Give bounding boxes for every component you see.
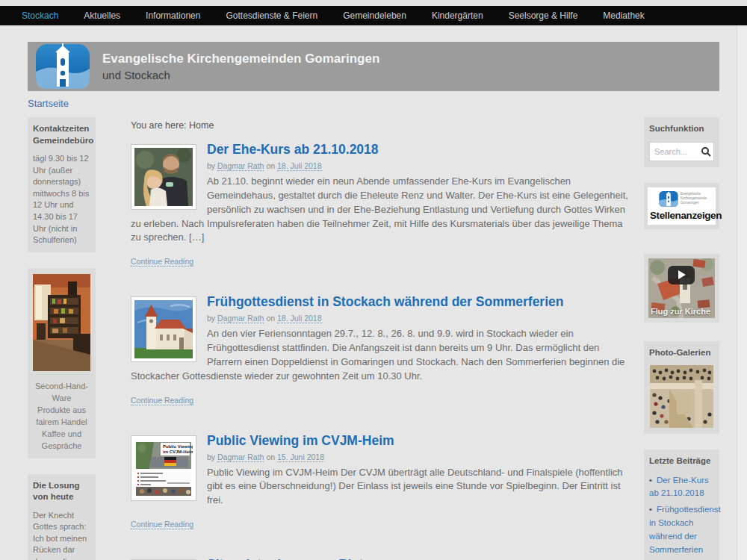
widget-losung: Die Losung von heute Der Knecht Gottes s… <box>28 474 96 560</box>
startseite-link[interactable]: Startseite <box>28 98 719 109</box>
stellenanzeigen-logo-caption: Evangelische Kirchengemeinde Gomaringen <box>681 192 713 205</box>
meta-by-label: by <box>207 452 215 461</box>
church-interior-photo[interactable] <box>650 365 713 428</box>
secondhand-caption: Second-Hand-Ware Produkte aus fairem Han… <box>33 381 90 452</box>
post-author-link[interactable]: Dagmar Rath <box>217 452 264 462</box>
nav-item-gottesdienste-feiern[interactable]: Gottesdienste & Feiern <box>213 10 330 21</box>
widget-search: Suchfunktion <box>644 117 719 167</box>
continue-reading-link[interactable]: Continue Reading <box>131 396 193 405</box>
secondhand-shop-photo <box>33 274 90 371</box>
main-navbar: Stockach Aktuelles Informationen Gottesd… <box>0 6 747 25</box>
nav-item-seelsorge-hilfe[interactable]: Seelsorge & Hilfe <box>496 10 591 21</box>
stellenanzeigen-banner[interactable]: Evangelische Kirchengemeinde Gomaringen … <box>648 187 716 225</box>
video-thumbnail[interactable]: Flug zur Kirche <box>648 258 715 318</box>
right-sidebar: Suchfunktion <box>644 117 719 560</box>
post-fruehgottesdienst: Frühgottesdienst in Stockach während der… <box>131 294 631 405</box>
wedding-couple-photo <box>134 148 193 206</box>
post-title[interactable]: Der Ehe-Kurs ab 21.10.2018 <box>131 142 631 158</box>
post-date-link[interactable]: 18. Juli 2018 <box>277 161 322 171</box>
recent-post-link[interactable]: Frühgottesdienst in Stockach während der… <box>649 503 714 556</box>
secondhand-caption-line1: Second-Hand-Ware <box>33 381 90 405</box>
play-button-icon[interactable] <box>668 266 695 284</box>
svg-text:im CVJM-Heim: im CVJM-Heim <box>163 449 193 454</box>
post-meta: by Dagmar Rath on 18. Juli 2018 <box>131 314 631 323</box>
post-thumbnail-wedding[interactable] <box>131 144 196 210</box>
widget-losung-title: Die Losung von heute <box>33 480 90 503</box>
widget-letzte-beitraege: Letzte Beiträge Der Ehe-Kurs ab 21.10.20… <box>644 449 719 560</box>
post-date-link[interactable]: 18. Juli 2018 <box>277 314 322 323</box>
public-viewing-poster: Public Viewing im CVJM-Heim <box>134 439 193 497</box>
site-title-line2: und Stockach <box>102 69 379 81</box>
video-caption: Flug zur Kirche <box>651 307 710 316</box>
meta-by-label: by <box>207 161 215 170</box>
secondhand-caption-line2: Produkte aus fairem Handel <box>33 405 90 429</box>
continue-reading-link[interactable]: Continue Reading <box>131 520 193 529</box>
widget-kontaktzeiten-text: tägl 9.30 bis 12 Uhr (außer donnerstags)… <box>33 153 90 246</box>
post-thumbnail-poster[interactable]: Public Viewing im CVJM-Heim <box>131 435 196 501</box>
nav-item-stockach[interactable]: Stockach <box>9 10 71 21</box>
post-author-link[interactable]: Dagmar Rath <box>217 314 264 323</box>
church-tower-logo-small-icon <box>659 190 678 208</box>
main-content: You are here: Home <box>131 117 631 560</box>
widget-stellenanzeigen: Evangelische Kirchengemeinde Gomaringen … <box>644 183 719 229</box>
post-sitzpolster: Sitzpolster im neuen Bistro by Dagmar Ra… <box>131 557 631 560</box>
stockach-church-photo <box>134 300 193 358</box>
post-ehe-kurs: Der Ehe-Kurs ab 21.10.2018 by Dagmar Rat… <box>131 142 631 267</box>
post-title[interactable]: Public Viewing im CVJM-Heim <box>131 433 631 449</box>
recent-posts-list: Der Ehe-Kurs ab 21.10.2018 Frühgottesdie… <box>649 474 714 560</box>
nav-item-gemeindeleben[interactable]: Gemeindeleben <box>330 10 419 21</box>
recent-post-link[interactable]: Der Ehe-Kurs ab 21.10.2018 <box>649 474 714 501</box>
post-author-link[interactable]: Dagmar Rath <box>217 161 264 171</box>
meta-on-label: on <box>266 161 275 170</box>
site-header: Evangelische Kirchengemeinden Gomaringen… <box>28 42 719 91</box>
post-public-viewing: Public Viewing im CVJM-Heim Pu <box>131 433 631 531</box>
svg-text:Public Viewing: Public Viewing <box>163 444 193 449</box>
breadcrumb: You are here: Home <box>131 120 631 131</box>
church-tower-logo-icon[interactable] <box>35 43 90 90</box>
secondhand-caption-line3: Kaffee und Gespräche <box>33 429 90 452</box>
widget-search-title: Suchfunktion <box>649 123 714 135</box>
nav-item-mediathek[interactable]: Mediathek <box>590 10 657 21</box>
post-excerpt: An den vier Feriensonntagen 29.7., 12. 8… <box>131 327 631 383</box>
post-excerpt: Ab 21.10. beginnt wieder ein neun Abende… <box>131 175 631 245</box>
widget-kontaktzeiten-title: Kontaktzeiten Gemeindebüro <box>33 123 90 146</box>
nav-item-informationen[interactable]: Informationen <box>133 10 213 21</box>
site-title-line1: Evangelische Kirchengemeinden Gomaringen <box>102 52 379 66</box>
widget-recent-title: Letzte Beiträge <box>649 455 714 467</box>
nav-item-aktuelles[interactable]: Aktuelles <box>71 10 133 21</box>
scrollbar[interactable] <box>737 25 747 560</box>
widget-photo-galerien: Photo-Galerien <box>644 341 719 435</box>
widget-gallery-title: Photo-Galerien <box>649 347 714 359</box>
meta-on-label: on <box>266 314 275 323</box>
widget-secondhand: Second-Hand-Ware Produkte aus fairem Han… <box>28 268 96 458</box>
nav-item-kindergaerten[interactable]: Kindergärten <box>419 10 496 21</box>
widget-kontaktzeiten: Kontaktzeiten Gemeindebüro tägl 9.30 bis… <box>28 117 96 252</box>
stellenanzeigen-label: Stellenanzeigen <box>650 210 713 221</box>
post-date-link[interactable]: 15. Juni 2018 <box>277 452 324 462</box>
widget-video: Flug zur Kirche <box>644 254 719 323</box>
post-thumbnail-church[interactable] <box>131 296 196 362</box>
post-meta: by Dagmar Rath on 18. Juli 2018 <box>131 161 631 170</box>
top-strip <box>0 0 747 6</box>
post-excerpt: Public Viewing im CVJM-Heim Der CVJM übe… <box>131 466 631 508</box>
meta-by-label: by <box>207 314 215 323</box>
continue-reading-link[interactable]: Continue Reading <box>131 257 193 267</box>
post-title[interactable]: Sitzpolster im neuen Bistro <box>131 557 631 560</box>
widget-losung-text: Der Knecht Gottes sprach: Ich bot meinen… <box>33 510 90 560</box>
search-icon[interactable] <box>701 146 711 157</box>
meta-on-label: on <box>266 452 275 461</box>
left-sidebar: Kontaktzeiten Gemeindebüro tägl 9.30 bis… <box>28 117 96 560</box>
post-title[interactable]: Frühgottesdienst in Stockach während der… <box>131 294 631 310</box>
post-meta: by Dagmar Rath on 15. Juni 2018 <box>131 452 631 461</box>
